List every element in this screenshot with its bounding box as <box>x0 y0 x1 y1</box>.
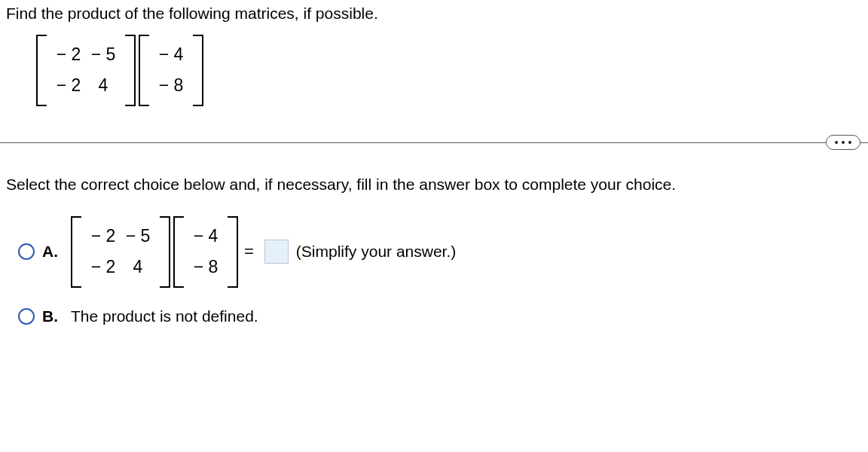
answer-hint: (Simplify your answer.) <box>296 243 456 261</box>
radio-b[interactable] <box>18 308 35 325</box>
matrix-cell: − 5 <box>121 221 155 252</box>
question-text: Find the product of the following matric… <box>6 5 862 23</box>
matrix-b-cell: − 4 <box>154 39 188 70</box>
matrix-expression: − 2 − 5 − 2 4 − 4 − 8 <box>36 35 862 106</box>
matrix-cell: − 8 <box>188 252 223 282</box>
divider <box>0 142 868 143</box>
matrix-a-choice: − 2 − 5 − 2 4 <box>71 216 170 288</box>
choice-a-label: A. <box>42 243 62 261</box>
matrix-a-cell: − 2 <box>51 39 86 70</box>
answer-input[interactable] <box>264 240 289 264</box>
instruction-text: Select the correct choice below and, if … <box>6 176 862 194</box>
left-bracket-icon <box>173 216 184 288</box>
equals-sign: = <box>244 242 254 261</box>
choice-a-row: A. − 2 − 5 − 2 4 <box>18 216 862 288</box>
matrix-b-cell: − 8 <box>154 70 188 101</box>
left-bracket-icon <box>36 35 47 106</box>
matrix-a: − 2 − 5 − 2 4 <box>36 35 136 106</box>
right-bracket-icon <box>228 216 238 288</box>
choice-b-text: The product is not defined. <box>71 307 258 325</box>
more-options-button[interactable] <box>826 135 860 150</box>
matrix-b: − 4 − 8 <box>139 35 203 106</box>
right-bracket-icon <box>125 35 136 106</box>
matrix-cell: − 4 <box>188 221 223 252</box>
choice-b-row: B. The product is not defined. <box>18 307 862 325</box>
radio-a[interactable] <box>18 243 35 260</box>
choice-b-label: B. <box>42 307 62 325</box>
right-bracket-icon <box>193 35 203 106</box>
left-bracket-icon <box>71 216 81 288</box>
left-bracket-icon <box>139 35 149 106</box>
matrix-cell: − 2 <box>86 221 121 252</box>
matrix-cell: − 2 <box>86 252 121 282</box>
matrix-a-cell: − 2 <box>51 70 86 101</box>
right-bracket-icon <box>160 216 170 288</box>
matrix-a-cell: − 5 <box>86 39 121 70</box>
matrix-b-choice: − 4 − 8 <box>173 216 238 288</box>
matrix-a-cell: 4 <box>86 70 121 101</box>
matrix-cell: 4 <box>121 252 155 282</box>
